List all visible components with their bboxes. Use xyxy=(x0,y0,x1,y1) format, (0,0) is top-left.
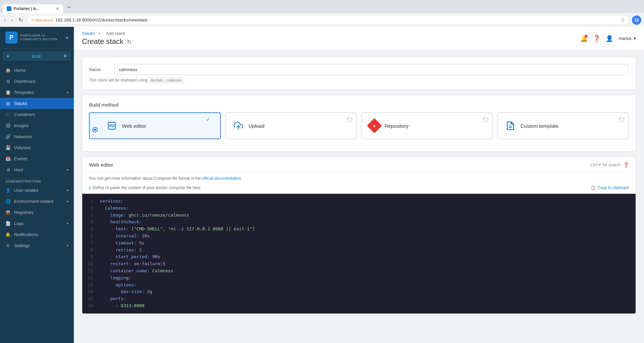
sidebar-label-home: Home xyxy=(14,68,26,73)
app-container: P portainer.io COMMUNITY EDITION « ● loc… xyxy=(0,27,644,343)
browser-chrome: Portainer | lo... ✕ + xyxy=(0,0,644,13)
repository-label: Repository xyxy=(384,123,409,129)
custom-template-label: Custom template xyxy=(520,123,558,129)
help-icon[interactable]: ❓ xyxy=(593,35,600,42)
breadcrumb-stacks-link[interactable]: Stacks xyxy=(82,31,95,36)
reload-button[interactable]: ↻ xyxy=(17,15,24,24)
sidebar-item-logs[interactable]: 📄 Logs ▾ xyxy=(0,218,74,229)
line-numbers: 12345 678910 111213141516 xyxy=(82,194,96,313)
sidebar-item-registries[interactable]: 📦 Registries xyxy=(0,207,74,218)
user-chevron-icon: ▾ xyxy=(634,36,636,41)
events-icon: 📅 xyxy=(5,156,11,161)
code-body[interactable]: services: Calmness: image: ghcr.io/remvz… xyxy=(96,194,636,313)
build-method-section: Build method xyxy=(82,95,636,152)
env-chevron: ▾ xyxy=(67,199,68,203)
sidebar-label-host: Host xyxy=(14,167,23,172)
env-name: local xyxy=(32,54,41,59)
logo-icon: P xyxy=(5,32,17,44)
notification-button[interactable]: 🔔 xyxy=(580,35,588,42)
env-close-button[interactable]: ✕ xyxy=(63,53,67,59)
active-tab[interactable]: Portainer | lo... ✕ xyxy=(3,4,63,13)
forward-button[interactable]: › xyxy=(10,16,14,24)
breadcrumb-separator: > xyxy=(98,31,101,36)
sidebar-item-environment-related[interactable]: 🌐 Environment-related ▾ xyxy=(0,196,74,207)
official-docs-link[interactable]: official documentation. xyxy=(202,176,242,181)
sidebar-item-user-related[interactable]: 👤 User-related ▾ xyxy=(0,185,74,196)
sidebar-item-host[interactable]: 🖥 Host ▾ xyxy=(0,164,74,175)
sidebar-nav: 🏠 Home ⊞ Dashboard 📋 Templates ▾ ▤ Stack… xyxy=(0,63,74,343)
sidebar-item-events[interactable]: 📅 Events xyxy=(0,153,74,164)
browser-profile[interactable]: M xyxy=(632,15,641,25)
host-icon: 🖥 xyxy=(5,167,11,172)
notifications-icon: 🔔 xyxy=(5,232,11,237)
web-editor-card[interactable]: Web editor ✓ xyxy=(89,112,221,139)
bookmark-icon[interactable]: ☆ xyxy=(620,17,625,23)
upload-card[interactable]: Upload xyxy=(225,112,357,139)
custom-template-radio xyxy=(619,117,624,122)
env-related-icon: 🌐 xyxy=(5,199,11,204)
copy-clipboard-button[interactable]: 📋 Copy to clipboard xyxy=(591,185,629,190)
sidebar-item-stacks[interactable]: ▤ Stacks xyxy=(0,98,74,109)
sidebar-item-volumes[interactable]: 💾 Volumes xyxy=(0,142,74,153)
web-editor-radio xyxy=(92,127,98,132)
ctrl-hint: Ctrl+F for search xyxy=(590,163,620,167)
web-editor-icon xyxy=(106,120,118,132)
sidebar-item-dashboard[interactable]: ⊞ Dashboard xyxy=(0,76,74,87)
sidebar-label-templates: Templates xyxy=(14,90,34,95)
sidebar-label-networks: Networks xyxy=(14,134,32,139)
refresh-icon[interactable]: ↻ xyxy=(127,39,131,45)
username-label: marius xyxy=(618,36,632,41)
notification-badge-dot xyxy=(585,35,588,38)
copy-label: Copy to clipboard xyxy=(598,185,629,190)
sidebar-label-settings: Settings xyxy=(14,243,30,248)
copy-icon: 📋 xyxy=(591,185,596,190)
sidebar: P portainer.io COMMUNITY EDITION « ● loc… xyxy=(0,27,74,343)
sidebar-logo: P portainer.io COMMUNITY EDITION « xyxy=(0,27,74,49)
page-title: Create stack xyxy=(82,37,124,46)
templates-chevron: ▾ xyxy=(67,91,68,94)
back-button[interactable]: ‹ xyxy=(3,16,7,24)
custom-template-card[interactable]: Custom template xyxy=(497,112,629,139)
sidebar-label-dashboard: Dashboard xyxy=(14,79,36,84)
editor-title: Web editor xyxy=(89,162,113,168)
sidebar-item-images[interactable]: 🖼 Images xyxy=(0,120,74,131)
page-title-row: Create stack ↻ xyxy=(82,37,131,46)
logo-text: portainer.io COMMUNITY EDITION xyxy=(20,34,57,41)
sidebar-label-registries: Registries xyxy=(14,210,34,215)
logo: P portainer.io COMMUNITY EDITION xyxy=(5,32,57,44)
sidebar-item-containers[interactable]: □ Containers xyxy=(0,109,74,120)
address-bar[interactable]: ⚠ Not secure 192.168.1.18:9000/#!/2/dock… xyxy=(27,15,629,25)
sidebar-label-images: Images xyxy=(14,123,29,128)
web-editor-label: Web editor xyxy=(122,123,146,129)
name-section: Name This stack will be deployed using d… xyxy=(82,57,636,90)
env-dot: ● xyxy=(7,54,9,58)
sidebar-item-templates[interactable]: 📋 Templates ▾ xyxy=(0,87,74,98)
sidebar-item-settings[interactable]: ⚙ Settings ▾ xyxy=(0,240,74,251)
sidebar-label-logs: Logs xyxy=(14,221,24,226)
selected-checkmark: ✓ xyxy=(206,116,210,123)
repository-card[interactable]: ⬦ Repository xyxy=(361,112,493,139)
editor-header: Web editor Ctrl+F for search ❓ xyxy=(82,157,636,173)
sidebar-item-home[interactable]: 🏠 Home xyxy=(0,65,74,76)
sidebar-label-volumes: Volumes xyxy=(14,145,31,150)
sidebar-collapse-button[interactable]: « xyxy=(65,35,68,41)
user-menu[interactable]: marius ▾ xyxy=(618,36,636,41)
user-related-icon: 👤 xyxy=(5,188,11,193)
editor-hint: You can get more information about Compo… xyxy=(82,173,636,183)
tab-close-button[interactable]: ✕ xyxy=(56,6,59,11)
environment-selector[interactable]: ● local ✕ xyxy=(3,51,71,61)
name-input[interactable] xyxy=(114,64,629,75)
header-actions: 🔔 ❓ 👤 marius ▾ xyxy=(580,35,636,42)
code-editor[interactable]: 12345 678910 111213141516 services: Calm… xyxy=(82,194,636,313)
new-tab-button[interactable]: + xyxy=(64,2,74,13)
svg-line-1 xyxy=(111,124,112,127)
browser-toolbar: ‹ › ↻ ⚠ Not secure 192.168.1.18:9000/#!/… xyxy=(0,13,644,27)
user-icon[interactable]: 👤 xyxy=(606,35,613,42)
sidebar-item-networks[interactable]: 🔗 Networks xyxy=(0,131,74,142)
main-header: Stacks > Add stack Create stack ↻ 🔔 ❓ 👤 … xyxy=(74,27,644,50)
networks-icon: 🔗 xyxy=(5,134,11,139)
sidebar-item-notifications[interactable]: 🔔 Notifications xyxy=(0,229,74,240)
not-secure-indicator: ⚠ Not secure xyxy=(31,18,53,22)
breadcrumb: Stacks > Add stack xyxy=(82,31,131,36)
sidebar-label-env-related: Environment-related xyxy=(14,199,53,204)
